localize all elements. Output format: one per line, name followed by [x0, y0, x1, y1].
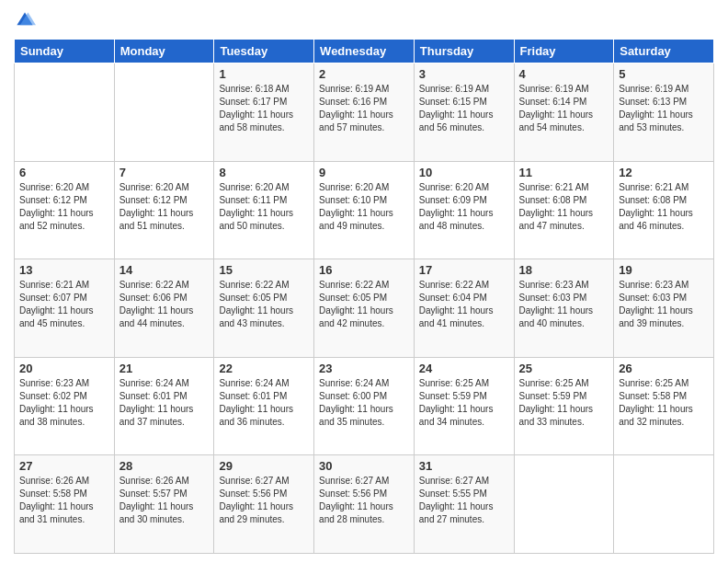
day-info: Sunrise: 6:20 AMSunset: 6:10 PMDaylight:…	[319, 181, 409, 233]
day-number: 24	[419, 362, 509, 375]
day-cell: 29Sunrise: 6:27 AMSunset: 5:56 PMDayligh…	[214, 455, 314, 554]
day-info: Sunrise: 6:22 AMSunset: 6:05 PMDaylight:…	[219, 279, 309, 330]
day-number: 26	[619, 362, 709, 375]
day-cell: 9Sunrise: 6:20 AMSunset: 6:10 PMDaylight…	[314, 161, 415, 259]
day-cell: 21Sunrise: 6:24 AMSunset: 6:01 PMDayligh…	[114, 357, 214, 455]
day-cell: 5Sunrise: 6:19 AMSunset: 6:13 PMDaylight…	[614, 63, 714, 162]
day-cell	[614, 455, 714, 554]
day-info: Sunrise: 6:27 AMSunset: 5:56 PMDaylight:…	[219, 475, 309, 526]
day-cell: 1Sunrise: 6:18 AMSunset: 6:17 PMDaylight…	[214, 63, 314, 162]
logo	[14, 9, 40, 31]
day-number: 6	[19, 166, 109, 179]
day-cell: 11Sunrise: 6:21 AMSunset: 6:08 PMDayligh…	[514, 161, 614, 259]
day-number: 31	[419, 459, 509, 473]
week-row-4: 20Sunrise: 6:23 AMSunset: 6:02 PMDayligh…	[15, 357, 714, 455]
day-cell: 8Sunrise: 6:20 AMSunset: 6:11 PMDaylight…	[214, 161, 314, 259]
day-info: Sunrise: 6:21 AMSunset: 6:07 PMDaylight:…	[19, 279, 109, 330]
day-info: Sunrise: 6:24 AMSunset: 6:01 PMDaylight:…	[219, 377, 309, 429]
calendar-page: SundayMondayTuesdayWednesdayThursdayFrid…	[0, 0, 728, 563]
day-info: Sunrise: 6:19 AMSunset: 6:14 PMDaylight:…	[519, 83, 609, 134]
day-number: 7	[119, 166, 210, 179]
day-info: Sunrise: 6:26 AMSunset: 5:58 PMDaylight:…	[19, 475, 109, 526]
day-info: Sunrise: 6:23 AMSunset: 6:02 PMDaylight:…	[19, 377, 109, 429]
day-info: Sunrise: 6:25 AMSunset: 5:59 PMDaylight:…	[419, 377, 509, 429]
col-header-friday: Friday	[514, 40, 614, 63]
day-number: 30	[319, 459, 409, 473]
day-info: Sunrise: 6:21 AMSunset: 6:08 PMDaylight:…	[619, 181, 709, 233]
day-number: 5	[619, 67, 709, 81]
header	[14, 9, 714, 31]
col-header-wednesday: Wednesday	[314, 40, 415, 63]
day-number: 4	[519, 67, 609, 81]
day-number: 19	[619, 263, 709, 277]
day-info: Sunrise: 6:19 AMSunset: 6:13 PMDaylight:…	[619, 83, 709, 134]
day-number: 9	[319, 166, 409, 179]
day-cell: 2Sunrise: 6:19 AMSunset: 6:16 PMDaylight…	[314, 63, 415, 162]
day-cell: 4Sunrise: 6:19 AMSunset: 6:14 PMDaylight…	[514, 63, 614, 162]
day-number: 20	[19, 362, 109, 375]
day-number: 25	[519, 362, 609, 375]
day-cell: 13Sunrise: 6:21 AMSunset: 6:07 PMDayligh…	[15, 259, 115, 358]
col-header-monday: Monday	[114, 40, 214, 63]
day-number: 3	[419, 67, 509, 81]
day-info: Sunrise: 6:25 AMSunset: 5:58 PMDaylight:…	[619, 377, 709, 429]
day-cell: 24Sunrise: 6:25 AMSunset: 5:59 PMDayligh…	[414, 357, 514, 455]
day-cell: 23Sunrise: 6:24 AMSunset: 6:00 PMDayligh…	[314, 357, 415, 455]
day-info: Sunrise: 6:20 AMSunset: 6:09 PMDaylight:…	[419, 181, 509, 233]
col-header-tuesday: Tuesday	[214, 40, 314, 63]
day-cell: 26Sunrise: 6:25 AMSunset: 5:58 PMDayligh…	[614, 357, 714, 455]
calendar-header-row: SundayMondayTuesdayWednesdayThursdayFrid…	[15, 40, 714, 63]
day-number: 15	[219, 263, 309, 277]
day-number: 11	[519, 166, 609, 179]
day-number: 12	[619, 166, 709, 179]
day-info: Sunrise: 6:20 AMSunset: 6:12 PMDaylight:…	[19, 181, 109, 233]
day-cell: 15Sunrise: 6:22 AMSunset: 6:05 PMDayligh…	[214, 259, 314, 358]
week-row-1: 1Sunrise: 6:18 AMSunset: 6:17 PMDaylight…	[15, 63, 714, 162]
day-info: Sunrise: 6:22 AMSunset: 6:06 PMDaylight:…	[119, 279, 210, 330]
day-number: 28	[119, 459, 210, 473]
day-cell: 6Sunrise: 6:20 AMSunset: 6:12 PMDaylight…	[15, 161, 115, 259]
day-info: Sunrise: 6:22 AMSunset: 6:05 PMDaylight:…	[319, 279, 409, 330]
day-number: 17	[419, 263, 509, 277]
col-header-thursday: Thursday	[414, 40, 514, 63]
day-number: 8	[219, 166, 309, 179]
day-cell: 31Sunrise: 6:27 AMSunset: 5:55 PMDayligh…	[414, 455, 514, 554]
day-info: Sunrise: 6:20 AMSunset: 6:11 PMDaylight:…	[219, 181, 309, 233]
col-header-saturday: Saturday	[614, 40, 714, 63]
day-cell: 22Sunrise: 6:24 AMSunset: 6:01 PMDayligh…	[214, 357, 314, 455]
day-info: Sunrise: 6:18 AMSunset: 6:17 PMDaylight:…	[219, 83, 309, 134]
week-row-3: 13Sunrise: 6:21 AMSunset: 6:07 PMDayligh…	[15, 259, 714, 358]
day-info: Sunrise: 6:27 AMSunset: 5:56 PMDaylight:…	[319, 475, 409, 526]
day-info: Sunrise: 6:26 AMSunset: 5:57 PMDaylight:…	[119, 475, 210, 526]
day-number: 1	[219, 67, 309, 81]
day-cell: 14Sunrise: 6:22 AMSunset: 6:06 PMDayligh…	[114, 259, 214, 358]
day-number: 13	[19, 263, 109, 277]
day-info: Sunrise: 6:19 AMSunset: 6:15 PMDaylight:…	[419, 83, 509, 134]
day-info: Sunrise: 6:24 AMSunset: 6:00 PMDaylight:…	[319, 377, 409, 429]
day-info: Sunrise: 6:24 AMSunset: 6:01 PMDaylight:…	[119, 377, 210, 429]
day-number: 10	[419, 166, 509, 179]
week-row-5: 27Sunrise: 6:26 AMSunset: 5:58 PMDayligh…	[15, 455, 714, 554]
day-number: 23	[319, 362, 409, 375]
day-cell	[114, 63, 214, 162]
day-cell: 18Sunrise: 6:23 AMSunset: 6:03 PMDayligh…	[514, 259, 614, 358]
day-cell: 16Sunrise: 6:22 AMSunset: 6:05 PMDayligh…	[314, 259, 415, 358]
day-info: Sunrise: 6:23 AMSunset: 6:03 PMDaylight:…	[519, 279, 609, 330]
day-info: Sunrise: 6:22 AMSunset: 6:04 PMDaylight:…	[419, 279, 509, 330]
day-info: Sunrise: 6:23 AMSunset: 6:03 PMDaylight:…	[619, 279, 709, 330]
day-info: Sunrise: 6:21 AMSunset: 6:08 PMDaylight:…	[519, 181, 609, 233]
day-info: Sunrise: 6:20 AMSunset: 6:12 PMDaylight:…	[119, 181, 210, 233]
day-info: Sunrise: 6:27 AMSunset: 5:55 PMDaylight:…	[419, 475, 509, 526]
calendar-table: SundayMondayTuesdayWednesdayThursdayFrid…	[14, 39, 714, 554]
day-cell	[514, 455, 614, 554]
day-cell: 7Sunrise: 6:20 AMSunset: 6:12 PMDaylight…	[114, 161, 214, 259]
day-cell: 10Sunrise: 6:20 AMSunset: 6:09 PMDayligh…	[414, 161, 514, 259]
day-number: 14	[119, 263, 210, 277]
day-cell: 17Sunrise: 6:22 AMSunset: 6:04 PMDayligh…	[414, 259, 514, 358]
day-cell: 25Sunrise: 6:25 AMSunset: 5:59 PMDayligh…	[514, 357, 614, 455]
day-cell: 28Sunrise: 6:26 AMSunset: 5:57 PMDayligh…	[114, 455, 214, 554]
day-cell: 12Sunrise: 6:21 AMSunset: 6:08 PMDayligh…	[614, 161, 714, 259]
day-number: 2	[319, 67, 409, 81]
day-number: 21	[119, 362, 210, 375]
day-cell: 20Sunrise: 6:23 AMSunset: 6:02 PMDayligh…	[15, 357, 115, 455]
